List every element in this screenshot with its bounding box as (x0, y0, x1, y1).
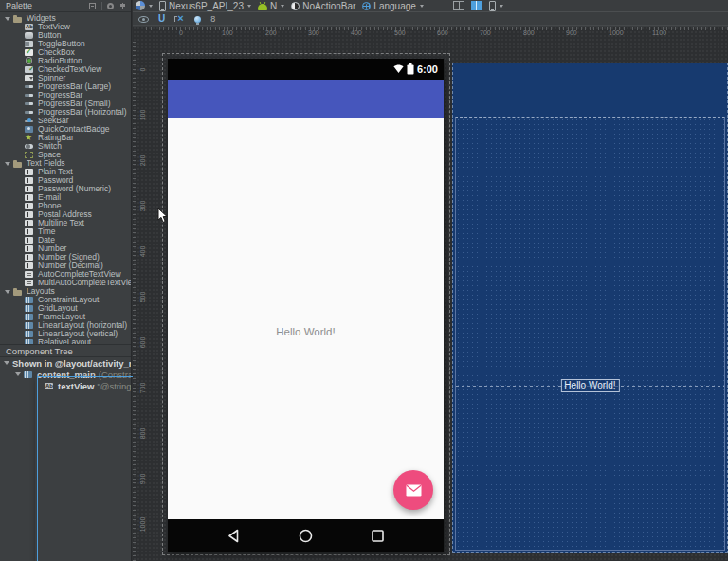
palette-item-label: Multiline Text (38, 219, 84, 227)
home-icon[interactable] (299, 529, 313, 543)
default-margin-button[interactable]: 8 (210, 14, 215, 24)
chevron-down-icon[interactable] (5, 162, 10, 166)
palette-item[interactable]: Number (0, 244, 131, 253)
palette-item[interactable]: ConstraintLayout (0, 296, 131, 304)
app-bar[interactable] (168, 80, 444, 118)
orientation-button[interactable] (489, 1, 503, 11)
ruler-tick-label: 600 (437, 29, 448, 36)
hello-world-textview[interactable]: Hello World! (168, 325, 444, 338)
design-view-icon (453, 1, 464, 10)
text-field-icon (25, 270, 34, 279)
palette-section-text-fields[interactable]: Text Fields (0, 159, 131, 168)
chevron-down-icon[interactable] (15, 372, 21, 376)
palette-item[interactable]: Password (0, 176, 131, 185)
android-studio-layout-editor: Palette Widgets TextView (0, 0, 728, 561)
palette-item[interactable]: E-mail (0, 193, 131, 202)
text-field-icon (25, 210, 34, 219)
palette-item-label: Phone (38, 202, 62, 210)
palette-item[interactable]: TextView (0, 23, 131, 31)
pin-icon[interactable] (118, 2, 127, 10)
palette-item[interactable]: Postal Address (0, 210, 131, 219)
content-area[interactable]: Hello World! (168, 118, 444, 519)
collapse-all-icon[interactable] (88, 2, 97, 10)
palette-item[interactable]: ProgressBar (Small) (0, 100, 131, 108)
clear-constraints-button[interactable] (174, 14, 185, 24)
blueprint-view-phone[interactable]: Hello World! (452, 63, 728, 553)
palette-item[interactable]: ToggleButton (0, 40, 131, 48)
palette-panel: Palette Widgets TextView (0, 0, 132, 561)
widget-icon (25, 151, 34, 159)
api-version-button[interactable]: N (258, 1, 284, 11)
blueprint-hello-world-textview[interactable]: Hello World! (560, 379, 619, 392)
palette-item[interactable]: Password (Numeric) (0, 185, 131, 193)
android-icon (258, 4, 267, 10)
palette-item[interactable]: Phone (0, 202, 131, 210)
palette-item[interactable]: QuickContactBadge (0, 125, 131, 134)
palette-item[interactable]: AutoCompleteTextView (0, 270, 131, 279)
chevron-down-icon[interactable] (5, 17, 10, 21)
palette-item[interactable]: ProgressBar (0, 91, 131, 100)
show-constraints-button[interactable] (138, 14, 149, 23)
palette-item-label: Spinner (38, 74, 65, 82)
chevron-down-icon[interactable] (4, 361, 9, 365)
recents-icon[interactable] (371, 529, 385, 543)
component-tree-row[interactable]: Shown in @layout/activity_main (0, 357, 131, 369)
blueprint-mode-button[interactable] (471, 1, 482, 10)
palette-item[interactable]: LinearLayout (vertical) (0, 330, 131, 338)
device-selector-button[interactable]: Nexus6P_API_23 (159, 1, 251, 11)
ruler-tick-label: 300 (308, 29, 319, 36)
eye-icon (138, 16, 149, 23)
autoconnect-button[interactable]: U (158, 14, 165, 24)
palette-item[interactable]: Number (Signed) (0, 253, 131, 262)
design-mode-button[interactable] (453, 1, 464, 10)
language-selector-button[interactable]: Language (362, 1, 424, 11)
palette-item[interactable]: CheckBox (0, 48, 131, 57)
ruler-tick-label: 0 (139, 63, 146, 78)
design-view-phone[interactable]: 6:00 Hello World! (168, 59, 444, 552)
palette-item[interactable]: LinearLayout (horizontal) (0, 321, 131, 330)
palette-item[interactable]: Date (0, 236, 131, 244)
palette-item[interactable]: Spinner (0, 74, 131, 82)
design-canvas[interactable]: 010020030040050060070080090010001100 010… (133, 27, 728, 561)
blueprint-content[interactable]: Hello World! (455, 117, 725, 551)
palette-item[interactable]: ProgressBar (Large) (0, 82, 131, 91)
infer-constraints-button[interactable] (194, 15, 201, 23)
folder-icon (13, 15, 23, 23)
palette-item[interactable]: RadioButton (0, 57, 131, 65)
theme-selector-button[interactable]: NoActionBar (291, 1, 355, 11)
palette-item[interactable]: RatingBar (0, 134, 131, 142)
palette-item-label: Time (38, 227, 56, 236)
battery-icon (407, 63, 414, 75)
palette-item[interactable]: SeekBar (0, 117, 131, 125)
palette-item[interactable]: Switch (0, 142, 131, 151)
text-field-icon (25, 244, 34, 253)
palette-item[interactable]: Space (0, 151, 131, 159)
palette-item[interactable]: GridLayout (0, 304, 131, 313)
palette-item[interactable]: CheckedTextView (0, 65, 131, 74)
palette-section-layouts[interactable]: Layouts (0, 287, 131, 296)
palette-item-label: Space (38, 151, 61, 159)
palette-header: Palette (0, 0, 131, 12)
layout-icon (25, 304, 34, 313)
gear-icon[interactable] (106, 2, 115, 10)
ruler-tick-label: 1000 (139, 517, 146, 533)
palette-item[interactable]: ProgressBar (Horizontal) (0, 108, 131, 117)
palette-section-label: Widgets (27, 14, 56, 23)
palette-item[interactable]: Number (Decimal) (0, 262, 131, 270)
palette-item[interactable]: FrameLayout (0, 313, 131, 321)
widget-icon (25, 100, 34, 108)
palette-item-label: Number (38, 244, 66, 253)
text-field-icon (25, 279, 34, 287)
back-icon[interactable] (227, 529, 241, 543)
surface-selector-button[interactable] (136, 1, 153, 10)
palette-item[interactable]: MultiAutoCompleteTextView (0, 279, 131, 287)
fab-button[interactable] (393, 470, 433, 510)
palette-item[interactable]: Button (0, 31, 131, 40)
palette-item[interactable]: Multiline Text (0, 219, 131, 227)
chevron-down-icon[interactable] (5, 290, 10, 294)
palette-item[interactable]: Time (0, 227, 131, 236)
palette-section-widgets[interactable]: Widgets (0, 14, 131, 23)
palette-item[interactable]: Plain Text (0, 168, 131, 176)
chevron-down-icon (281, 5, 284, 8)
palette-item-label: RatingBar (38, 134, 74, 142)
